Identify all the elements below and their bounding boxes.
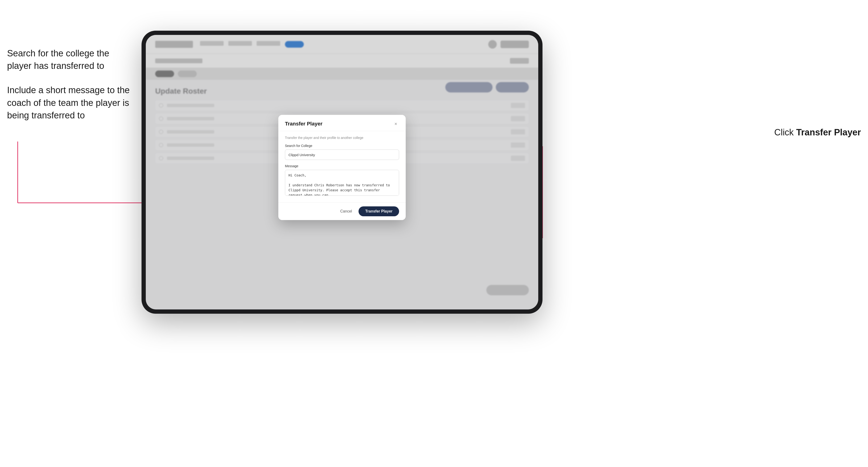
modal-body: Transfer the player and their profile to…	[278, 131, 406, 203]
annotation-left: Search for the college the player has tr…	[7, 47, 130, 133]
transfer-player-button[interactable]: Transfer Player	[359, 206, 399, 216]
modal-overlay: Transfer Player × Transfer the player an…	[146, 35, 538, 309]
tablet-frame: Update Roster	[142, 31, 542, 314]
cancel-button[interactable]: Cancel	[337, 207, 355, 215]
modal-subtitle: Transfer the player and their profile to…	[285, 136, 399, 139]
modal-header: Transfer Player ×	[278, 115, 406, 131]
annotation-right: Click Transfer Player	[774, 127, 861, 137]
annotation-click-text: Click Transfer Player	[774, 127, 861, 137]
message-textarea[interactable]: Hi Coach, I understand Chris Robertson h…	[285, 170, 399, 196]
message-label: Message	[285, 164, 399, 168]
modal-close-button[interactable]: ×	[393, 121, 399, 127]
search-label: Search for College	[285, 144, 399, 148]
modal-title: Transfer Player	[285, 121, 322, 127]
annotation-message-text: Include a short message to the coach of …	[7, 84, 130, 122]
annotation-search-text: Search for the college the player has tr…	[7, 47, 130, 72]
modal-footer: Cancel Transfer Player	[278, 203, 406, 220]
college-search-input[interactable]	[285, 150, 399, 160]
tablet-screen: Update Roster	[146, 35, 538, 309]
transfer-player-modal: Transfer Player × Transfer the player an…	[278, 115, 406, 220]
